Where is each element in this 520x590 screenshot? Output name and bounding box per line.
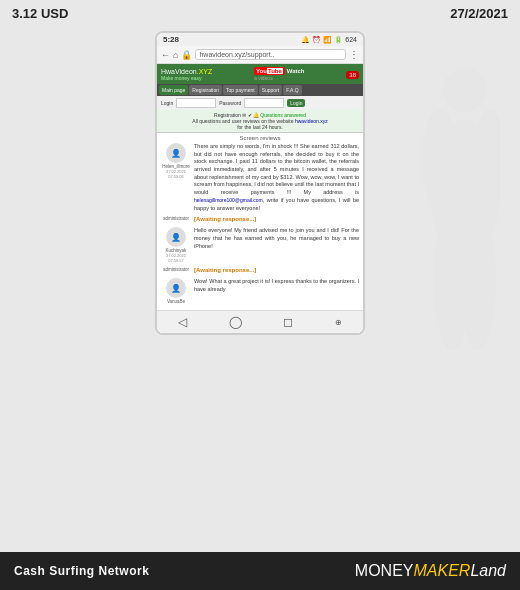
nav-support[interactable]: Support — [259, 85, 283, 95]
browser-menu-icon[interactable]: ⋮ — [349, 49, 359, 60]
review-item-admin-1: administrator [Awaiting response...] — [161, 216, 359, 223]
nav-faq[interactable]: F.A.Q — [283, 85, 302, 95]
status-bar: 5:28 🔔 ⏰ 📶 🔋 624 — [157, 33, 363, 46]
section-title: Screen reviews — [161, 135, 359, 141]
review-text-2: Hello everyone! My friend advised me to … — [194, 227, 359, 250]
bottom-bar: Cash Surfing Network MONEYMAKERLand — [0, 552, 520, 590]
url-bar[interactable]: hwavideon.xyz/support.. — [195, 49, 346, 60]
svg-point-3 — [472, 110, 500, 210]
phone-nav: ◁ ◯ ◻ ⊕ — [157, 310, 363, 333]
signal-icon: 📶 — [323, 36, 332, 44]
svg-point-5 — [460, 210, 496, 350]
browser-bar: ← ⌂ 🔒 hwavideon.xyz/support.. ⋮ — [157, 46, 363, 64]
info-bar: Registration ✉ ✔ 🔔 Questions answered Al… — [157, 110, 363, 133]
nav-bar: Main page Registration Top payment Suppo… — [157, 84, 363, 96]
svg-point-1 — [430, 120, 500, 260]
review-body-admin-2: [Awaiting response...] — [194, 267, 359, 274]
reviews-section: Screen reviews 👤 Helen_illmore 27.02.202… — [157, 133, 363, 310]
browser-lock-icon: 🔒 — [181, 50, 192, 60]
login-label: Login — [161, 100, 173, 106]
password-label: Password — [219, 100, 241, 106]
reviewer-name-admin-1: administrator — [161, 216, 191, 221]
site-header: HwaVideon.XYZ Make money easy YouTube Wa… — [157, 64, 363, 84]
reviewer-info-2: 👤 Kuchinyak 27.02.2021 07:59:57 — [161, 227, 191, 263]
reviewer-avatar-2: 👤 — [166, 227, 186, 247]
browser-home-icon[interactable]: ⌂ — [173, 50, 178, 60]
review-body-admin-1: [Awaiting response...] — [194, 216, 359, 223]
reviewer-info-admin-2: administrator — [161, 267, 191, 274]
review-email[interactable]: helenagillmore100@gmail.com — [194, 197, 263, 203]
badge-number: 38 — [346, 71, 359, 79]
logo-videon: Videon — [175, 68, 197, 75]
money-maker-land-label: MONEYMAKERLand — [355, 562, 506, 580]
logo-youtube-area: YouTube Watch a videos — [254, 67, 305, 81]
maker-label: MAKER — [414, 562, 471, 579]
phone-nav-more[interactable]: ⊕ — [335, 318, 342, 327]
svg-point-0 — [443, 68, 487, 112]
login-input[interactable] — [176, 98, 216, 108]
review-text-1: There are simply no words, I'm in shock … — [194, 143, 359, 212]
phone-nav-square[interactable]: ◻ — [283, 315, 293, 329]
nav-top-payment[interactable]: Top payment — [223, 85, 258, 95]
website-content: HwaVideon.XYZ Make money easy YouTube Wa… — [157, 64, 363, 333]
reviewer-info-3: 👤 VanuaBe — [161, 278, 191, 304]
phone-nav-back[interactable]: ◁ — [178, 315, 187, 329]
reviewer-avatar-1: 👤 — [166, 143, 186, 163]
date-label: 27/2/2021 — [450, 6, 508, 21]
review-item-2: 👤 Kuchinyak 27.02.2021 07:59:57 Hello ev… — [161, 227, 359, 263]
content-area: 5:28 🔔 ⏰ 📶 🔋 624 ← ⌂ 🔒 hwavideon.xyz/sup… — [0, 27, 520, 339]
money-label: MONEY — [355, 562, 414, 579]
top-bar: 3.12 USD 27/2/2021 — [0, 0, 520, 27]
logo-hwa: Hwa — [161, 68, 175, 75]
info-line3: for the last 24 hours. — [161, 124, 359, 130]
site-logo: HwaVideon.XYZ Make money easy — [161, 68, 212, 81]
reviewer-date-1b: 07:59:06 — [161, 174, 191, 179]
logo-xyz: .XYZ — [197, 68, 213, 75]
review-body-1: There are simply no words, I'm in shock … — [194, 143, 359, 212]
youtube-logo: YouTube — [254, 67, 285, 75]
reviewer-name-3: VanuaBe — [161, 299, 191, 304]
review-item-3: 👤 VanuaBe Wow! What a great project it i… — [161, 278, 359, 304]
login-bar: Login Password Login — [157, 96, 363, 110]
review-text-3: Wow! What a great project it is! I expre… — [194, 278, 359, 293]
battery-icon: 🔋 — [334, 36, 343, 44]
login-button[interactable]: Login — [287, 99, 305, 107]
review-body-3: Wow! What a great project it is! I expre… — [194, 278, 359, 304]
browser-back-icon[interactable]: ← — [161, 50, 170, 60]
info-link[interactable]: hwavideon.xyz — [295, 118, 328, 124]
badge-area: 38 — [346, 71, 359, 78]
bottom-left-label: Cash Surfing Network — [14, 564, 149, 578]
watch-label: Watch — [287, 68, 305, 74]
reviewer-info-admin-1: administrator — [161, 216, 191, 223]
phone-nav-home[interactable]: ◯ — [229, 315, 242, 329]
review-item-admin-2: administrator [Awaiting response...] — [161, 267, 359, 274]
status-time: 5:28 — [163, 35, 179, 44]
nav-registration[interactable]: Registration — [189, 85, 222, 95]
password-input[interactable] — [244, 98, 284, 108]
notification-icon: 🔔 — [301, 36, 310, 44]
reviewer-avatar-3: 👤 — [166, 278, 186, 298]
price-label: 3.12 USD — [12, 6, 68, 21]
reviewer-info-1: 👤 Helen_illmore 27.02.2021 07:59:06 — [161, 143, 191, 212]
alarm-icon: ⏰ — [312, 36, 321, 44]
per-label: a videos — [254, 75, 273, 81]
reviewer-date-2b: 07:59:57 — [161, 258, 191, 263]
review-item-1: 👤 Helen_illmore 27.02.2021 07:59:06 Ther… — [161, 143, 359, 212]
watermark-figure — [380, 50, 500, 470]
svg-point-4 — [434, 210, 470, 350]
review-awaiting-1: [Awaiting response...] — [194, 216, 359, 222]
main-wrapper: 3.12 USD 27/2/2021 5:28 🔔 ⏰ 📶 🔋 624 ← ⌂ … — [0, 0, 520, 377]
nav-main-page[interactable]: Main page — [159, 85, 188, 95]
reviewer-name-admin-2: administrator — [161, 267, 191, 272]
status-icons: 🔔 ⏰ 📶 🔋 624 — [301, 36, 357, 44]
review-body-2: Hello everyone! My friend advised me to … — [194, 227, 359, 263]
svg-point-2 — [422, 110, 458, 210]
land-label: Land — [470, 562, 506, 579]
logo-tagline: Make money easy — [161, 75, 212, 81]
phone-frame: 5:28 🔔 ⏰ 📶 🔋 624 ← ⌂ 🔒 hwavideon.xyz/sup… — [155, 31, 365, 335]
battery-percent: 624 — [345, 36, 357, 43]
review-awaiting-2: [Awaiting response...] — [194, 267, 359, 273]
